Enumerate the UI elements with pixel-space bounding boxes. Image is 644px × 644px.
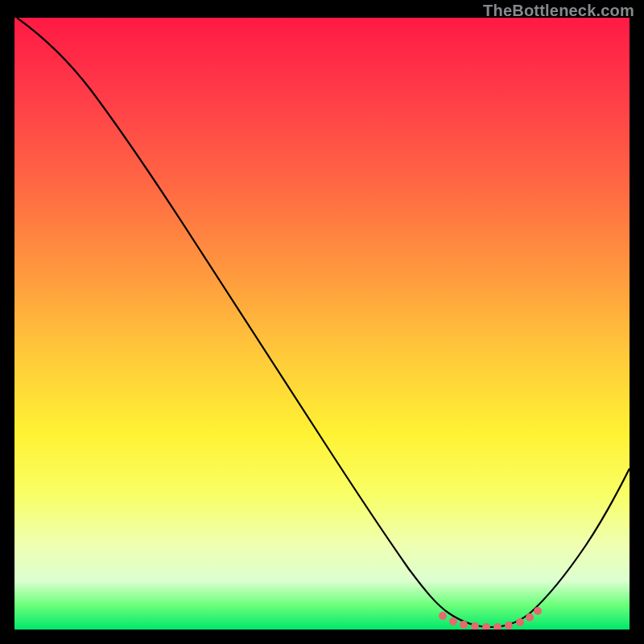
plot-area [14, 18, 630, 630]
svg-point-0 [439, 612, 447, 620]
svg-point-6 [505, 621, 513, 630]
svg-point-2 [460, 621, 468, 629]
chart-svg [14, 18, 630, 630]
svg-point-7 [516, 618, 524, 626]
main-curve [17, 18, 630, 627]
chart-frame: TheBottleneck.com [0, 0, 644, 644]
optimum-dots [439, 607, 542, 630]
svg-point-1 [449, 617, 457, 625]
svg-point-9 [534, 607, 542, 615]
svg-point-4 [482, 623, 490, 630]
svg-point-3 [471, 622, 479, 630]
svg-point-5 [493, 623, 502, 630]
svg-point-8 [526, 613, 534, 621]
